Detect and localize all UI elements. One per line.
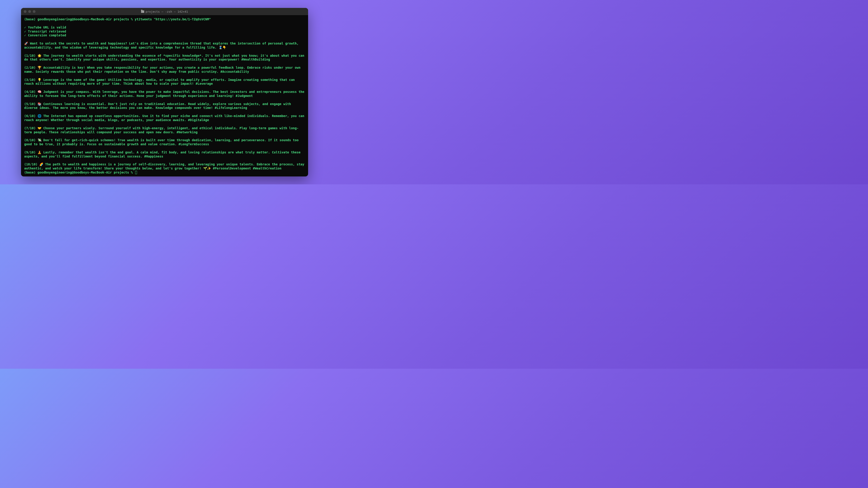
prompt-line-current: (base) goodboyengineering@Goodboys-MacBo… [24,170,305,175]
status-url-valid: ✓ YouTube URL is valid [24,26,305,30]
title-bar: projects — -zsh — 142×41 [21,8,308,15]
terminal-window: projects — -zsh — 142×41 (base) goodboye… [21,8,308,176]
tweet-9: (9/10) 🧘 Lastly, remember that wealth is… [24,151,305,159]
minimize-window-button[interactable] [28,10,31,13]
maximize-window-button[interactable] [33,10,35,13]
tweet-2: (2/10) 🏆 Accountability is key! When you… [24,66,305,74]
window-title-text: projects — -zsh — 142×41 [146,10,188,13]
cursor [135,171,137,174]
folder-icon [141,10,144,13]
tweet-5: (5/10) 📚 Continuous learning is essentia… [24,102,305,110]
tweet-8: (8/10) 💸 Don't fall for get-rich-quick s… [24,138,305,147]
tweet-1: (1/10) 🌟 The journey to wealth starts wi… [24,54,305,62]
tweet-10: (10/10) 🌈 The path to wealth and happine… [24,162,305,170]
window-title: projects — -zsh — 142×41 [141,10,188,13]
status-conversion-completed: ✓ Conversion completed [24,33,305,37]
status-transcript-retrieved: ✓ Transcript retrieved [24,30,305,34]
tweet-7: (7/10) 🤝 Choose your partners wisely. Su… [24,126,305,134]
prompt-text: (base) goodboyengineering@Goodboys-MacBo… [24,170,135,174]
terminal-content[interactable]: (base) goodboyengineering@Goodboys-MacBo… [21,15,308,176]
tweet-4: (4/10) 🧠 Judgment is your compass. With … [24,90,305,98]
close-window-button[interactable] [24,10,26,13]
prompt-line-command: (base) goodboyengineering@Goodboys-MacBo… [24,18,305,22]
traffic-lights [24,10,35,13]
tweet-6: (6/10) 🌐 The Internet has opened up coun… [24,114,305,122]
tweet-3: (3/10) 💡 Leverage is the name of the gam… [24,78,305,86]
tweet-intro: 🚀 Want to unlock the secrets to wealth a… [24,41,305,50]
